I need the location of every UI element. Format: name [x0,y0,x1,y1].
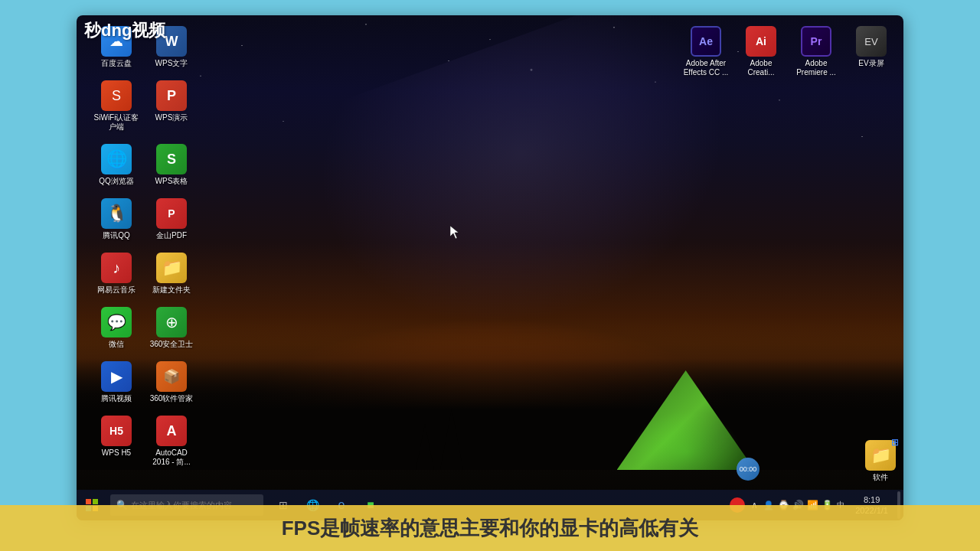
icon-jinshan-pdf[interactable]: P 金山PDF [147,195,196,243]
icon-siwifi[interactable]: S SiWiFi认证客户端 [92,77,141,135]
icon-qq-browser[interactable]: 🌐 QQ浏览器 [92,141,141,189]
logo-text: 秒dng视频 [84,19,165,42]
icon-wps-ppt[interactable]: P WPS演示 [147,77,196,135]
notif-circle-text: 00:00 [740,465,757,473]
clock-time: 8:19 [855,494,888,505]
icon-wechat-label: 微信 [109,340,124,349]
svg-rect-1 [86,499,91,504]
icon-tencent-video-label: 腾讯视频 [101,394,132,403]
icon-wps-ppt-label: WPS演示 [155,113,188,122]
icon-autocad-label: AutoCAD2016 - 简... [152,448,190,467]
icon-netease-label: 网易云音乐 [97,285,136,295]
icon-tencent-qq[interactable]: 🐧 腾讯QQ [92,195,141,243]
icon-autocad[interactable]: A AutoCAD2016 - 简... [147,412,196,470]
subtitle-text: FPS是帧速率的意思主要和你的显卡的高低有关 [282,515,699,542]
icon-wps-word-label: WPS文字 [155,59,188,68]
icon-wps-sheet-label: WPS表格 [155,177,188,186]
icon-qq-browser-label: QQ浏览器 [99,177,134,186]
icon-adobe-creative[interactable]: Ai AdobeCreati... [737,23,786,80]
icon-wechat[interactable]: 💬 微信 [92,304,141,352]
icon-pr[interactable]: Pr AdobePremiere ... [792,23,841,80]
notification-circle: 00:00 [737,458,760,481]
icon-wps-h5-label: WPS H5 [102,448,131,458]
icon-wps-sheet[interactable]: S WPS表格 [147,141,196,189]
icon-ae[interactable]: Ae Adobe AfterEffects CC ... [681,23,730,80]
icon-360[interactable]: ⊕ 360安全卫士 [147,304,196,352]
icon-tencent-qq-label: 腾讯QQ [103,231,130,240]
svg-rect-2 [93,499,98,504]
icon-tencent-video[interactable]: ▶ 腾讯视频 [92,358,141,406]
top-right-icons: Ae Adobe AfterEffects CC ... Ai AdobeCre… [681,23,896,80]
icon-netease[interactable]: ♪ 网易云音乐 [92,249,141,298]
icon-360soft[interactable]: 📦 360软件管家 [147,358,196,406]
icon-baidu-cloud-label: 百度云盘 [101,59,132,68]
desktop-icons: ☁ 百度云盘 W WPS文字 S SiWiFi认证客户端 P WPS演示 [92,23,196,470]
icon-software[interactable]: 📁 ⊞ 软件 [865,440,896,482]
icon-siwifi-label: SiWiFi认证客户端 [94,113,139,132]
icon-360soft-label: 360软件管家 [150,394,194,403]
icon-ae-label: Adobe AfterEffects CC ... [684,59,729,77]
icon-ev-label: EV录屏 [858,59,884,68]
icon-pr-label: AdobePremiere ... [796,59,836,77]
icon-360-label: 360安全卫士 [150,340,194,349]
subtitle-bar: FPS是帧速率的意思主要和你的显卡的高低有关 [0,505,980,551]
icon-software-label: 软件 [873,473,888,482]
icon-wps-h5[interactable]: H5 WPS H5 [92,412,141,470]
icon-ev[interactable]: EV EV录屏 [847,23,896,80]
icon-new-folder[interactable]: 📁 新建文件夹 [147,249,196,298]
logo: 秒dng视频 [84,19,165,42]
icon-new-folder-label: 新建文件夹 [152,285,191,295]
icon-adobe-creative-label: AdobeCreati... [747,59,774,77]
icon-jinshan-pdf-label: 金山PDF [156,231,187,240]
